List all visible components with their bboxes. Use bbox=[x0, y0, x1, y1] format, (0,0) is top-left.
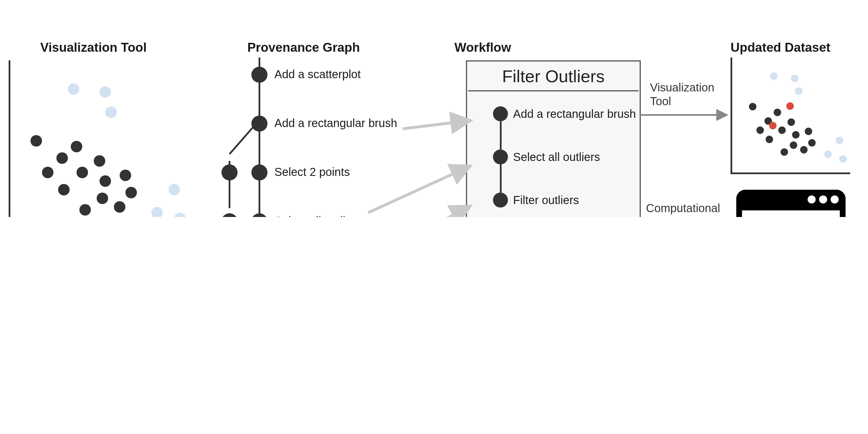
workflow-step-node bbox=[493, 149, 508, 164]
prov-node-label: Select 2 points bbox=[274, 166, 350, 179]
data-point-dark bbox=[80, 204, 91, 215]
code-window-icon: </> bbox=[736, 190, 845, 217]
data-point-dark bbox=[58, 184, 70, 195]
data-point-dark bbox=[120, 170, 131, 181]
workflow-connector bbox=[500, 121, 502, 149]
arrow-prov-to-wf-1 bbox=[403, 121, 469, 129]
prov-node-label: Add a rectangular brush bbox=[274, 117, 397, 130]
arrow-prov-to-wf-2 bbox=[368, 167, 469, 213]
data-point-light bbox=[68, 84, 80, 95]
data-point-dark bbox=[99, 175, 111, 187]
data-point-dark bbox=[42, 167, 54, 178]
data-point-dark bbox=[94, 155, 105, 167]
data-point-dark bbox=[749, 103, 756, 110]
data-point-dark bbox=[792, 131, 799, 138]
prov-node-label: Add a scatterplot bbox=[274, 68, 361, 81]
prov-node bbox=[251, 115, 268, 132]
data-point-dark bbox=[56, 152, 68, 164]
workflow-step-node bbox=[493, 193, 508, 207]
label-env-a: Computational bbox=[646, 201, 720, 215]
window-dot-icon bbox=[808, 195, 816, 203]
data-point-dark bbox=[778, 126, 785, 134]
data-point-dark bbox=[804, 127, 812, 135]
scatterplot-updated bbox=[731, 58, 850, 174]
data-point-dark bbox=[114, 201, 125, 213]
data-point-light bbox=[770, 72, 777, 79]
data-point-dark bbox=[787, 118, 795, 126]
heading-prov-graph: Provenance Graph bbox=[247, 40, 360, 55]
data-point-light bbox=[174, 213, 186, 217]
data-point-dark bbox=[97, 193, 108, 204]
data-point-dark bbox=[756, 126, 764, 134]
data-point-red bbox=[786, 102, 794, 109]
arrow-prov-to-wf-3 bbox=[345, 207, 469, 217]
prov-branch-node bbox=[221, 164, 238, 180]
data-point-dark bbox=[789, 141, 797, 148]
workflow-title: Filter Outliers bbox=[468, 63, 639, 91]
data-point-light bbox=[168, 184, 180, 195]
heading-vis-tool: Visualization Tool bbox=[40, 40, 147, 55]
label-env-b: Environment bbox=[653, 215, 718, 217]
data-point-dark bbox=[76, 167, 88, 178]
workflow-step-node bbox=[493, 106, 508, 121]
data-point-light bbox=[151, 207, 163, 217]
code-window-titlebar bbox=[736, 190, 845, 210]
prov-node bbox=[251, 213, 268, 217]
workflow-step-label: Add a rectangular brush bbox=[513, 107, 636, 121]
workflow-step-label: Select all outliers bbox=[513, 151, 600, 164]
data-point-dark bbox=[780, 148, 788, 156]
data-point-dark bbox=[800, 146, 807, 153]
heading-workflow: Workflow bbox=[455, 40, 511, 55]
data-point-dark bbox=[765, 135, 773, 143]
data-point-dark bbox=[71, 141, 82, 152]
label-vis-tool-b: Tool bbox=[650, 94, 671, 108]
data-point-light bbox=[99, 86, 111, 98]
scatterplot-original bbox=[9, 60, 189, 217]
window-dot-icon bbox=[819, 195, 827, 203]
data-point-light bbox=[105, 106, 117, 118]
data-point-red bbox=[769, 122, 776, 129]
label-vis-tool-a: Visualization bbox=[650, 80, 714, 94]
data-point-light bbox=[836, 136, 843, 144]
prov-node bbox=[251, 67, 268, 83]
prov-node bbox=[251, 164, 268, 180]
window-dot-icon bbox=[831, 195, 839, 203]
prov-node-label: Select all outliers bbox=[274, 214, 361, 217]
data-point-dark bbox=[125, 187, 137, 198]
prov-branch-node bbox=[221, 213, 238, 217]
data-point-dark bbox=[808, 139, 815, 146]
workflow-step-label: Filter outliers bbox=[513, 194, 579, 207]
heading-updated: Updated Dataset bbox=[731, 40, 830, 55]
workflow-connector bbox=[500, 164, 502, 193]
data-point-dark bbox=[773, 108, 781, 116]
data-point-light bbox=[790, 74, 798, 82]
data-point-light bbox=[839, 155, 846, 162]
data-point-dark bbox=[30, 135, 42, 146]
data-point-light bbox=[824, 150, 832, 158]
data-point-light bbox=[795, 87, 802, 95]
prov-branch-connector bbox=[229, 127, 254, 154]
